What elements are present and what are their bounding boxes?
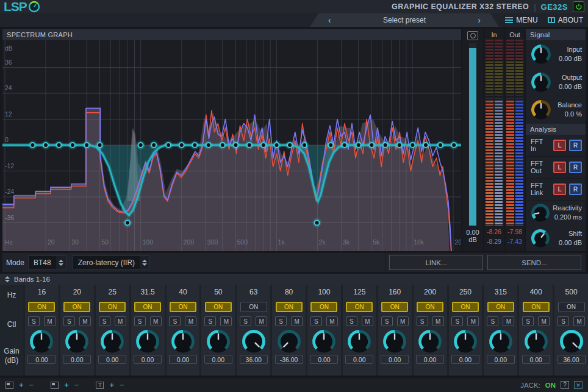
preset-next-icon[interactable]: › xyxy=(478,15,481,25)
zoom-in-icon-2[interactable]: + xyxy=(64,380,69,390)
band-mute-button[interactable]: M xyxy=(185,316,196,326)
band-gain-knob[interactable] xyxy=(65,329,89,354)
band-solo-button[interactable]: S xyxy=(240,316,251,326)
lsp-logo[interactable]: LSP xyxy=(4,1,40,13)
band-mute-button[interactable]: M xyxy=(362,316,373,326)
band-mute-button[interactable]: M xyxy=(115,316,126,326)
band-mute-button[interactable]: M xyxy=(432,316,444,326)
band-mute-button[interactable]: M xyxy=(256,316,267,326)
band-gain-knob[interactable] xyxy=(453,329,478,354)
band-on-button[interactable]: ON xyxy=(63,302,90,312)
band-solo-button[interactable]: S xyxy=(417,316,428,326)
fft-link-left-button[interactable]: L xyxy=(553,184,566,195)
fft-in-left-button[interactable]: L xyxy=(553,140,566,151)
reactivity-knob[interactable] xyxy=(531,203,550,223)
band-gain-knob[interactable] xyxy=(559,329,584,354)
mode-select[interactable]: BT48 xyxy=(28,255,66,269)
band-solo-button[interactable]: S xyxy=(134,316,146,326)
band-gain-knob[interactable] xyxy=(382,329,407,354)
band-mute-button[interactable]: M xyxy=(467,316,479,326)
band-on-button[interactable]: ON xyxy=(487,302,514,312)
input-gain-knob[interactable] xyxy=(531,44,551,65)
zoom-out-icon[interactable]: − xyxy=(29,380,34,390)
spectrum-plot[interactable]: 3624120-12-24-36dB2030501002003005001k2k… xyxy=(2,40,461,251)
fit-zoom-icon[interactable] xyxy=(467,31,478,40)
band-gain-knob[interactable] xyxy=(489,329,513,354)
band-mute-button[interactable]: M xyxy=(291,316,303,326)
band-on-button[interactable]: ON xyxy=(346,302,373,312)
band-gain-knob[interactable] xyxy=(171,329,195,354)
band-solo-button[interactable]: S xyxy=(522,316,534,326)
power-button[interactable] xyxy=(573,1,584,12)
band-gain-knob[interactable] xyxy=(418,329,442,354)
send-button[interactable]: SEND... xyxy=(487,255,581,270)
band-solo-button[interactable]: S xyxy=(346,316,357,326)
band-mute-button[interactable]: M xyxy=(573,316,585,326)
band-on-button[interactable]: ON xyxy=(205,302,232,312)
band-on-button[interactable]: ON xyxy=(170,302,196,312)
band-solo-button[interactable]: S xyxy=(63,316,75,326)
fft-out-left-button[interactable]: L xyxy=(553,162,566,173)
band-solo-button[interactable]: S xyxy=(451,316,463,326)
zoom-fader-handle[interactable] xyxy=(469,43,476,48)
band-gain-knob[interactable] xyxy=(347,329,371,354)
balance-knob[interactable] xyxy=(531,99,551,120)
band-mute-button[interactable]: M xyxy=(79,316,91,326)
output-gain-knob[interactable] xyxy=(531,72,551,93)
band-on-button[interactable]: ON xyxy=(381,302,408,312)
band-on-button[interactable]: ON xyxy=(134,302,161,312)
band-on-button[interactable]: ON xyxy=(99,302,126,312)
window-layout-icon[interactable] xyxy=(5,382,13,389)
text-minus-icon[interactable]: − xyxy=(120,380,124,390)
window-layout-icon-2[interactable] xyxy=(51,382,59,389)
disconnect-icon[interactable]: ✕ xyxy=(574,381,583,389)
mode-spinner-icon[interactable] xyxy=(56,256,66,269)
preset-label[interactable]: Select preset xyxy=(331,16,478,24)
band-gain-knob[interactable] xyxy=(29,329,54,354)
band-solo-button[interactable]: S xyxy=(28,316,40,326)
text-plus-icon[interactable]: + xyxy=(109,380,114,390)
band-gain-knob[interactable] xyxy=(312,329,336,354)
band-on-button[interactable]: ON xyxy=(276,302,303,312)
link-button[interactable]: LINK... xyxy=(389,255,483,270)
band-on-button[interactable]: ON xyxy=(310,302,337,312)
band-on-button[interactable]: ON xyxy=(28,302,55,312)
band-solo-button[interactable]: S xyxy=(99,316,110,326)
band-solo-button[interactable]: S xyxy=(381,316,393,326)
band-on-button[interactable]: ON xyxy=(240,302,267,312)
band-on-button[interactable]: ON xyxy=(523,302,550,312)
band-mute-button[interactable]: M xyxy=(397,316,409,326)
band-gain-knob[interactable] xyxy=(277,329,301,354)
zoom-in-icon[interactable]: + xyxy=(19,380,24,390)
band-gain-knob[interactable] xyxy=(206,329,231,354)
band-mute-button[interactable]: M xyxy=(538,316,550,326)
band-gain-knob[interactable] xyxy=(100,329,124,354)
band-solo-button[interactable]: S xyxy=(487,316,498,326)
shift-knob[interactable] xyxy=(531,229,550,248)
band-gain-knob[interactable] xyxy=(524,329,548,354)
band-mute-button[interactable]: M xyxy=(220,316,232,326)
fft-in-right-button[interactable]: R xyxy=(569,140,582,151)
about-button[interactable]: ABOUT xyxy=(548,16,583,24)
fft-link-right-button[interactable]: R xyxy=(569,184,582,195)
latency-spinner-icon[interactable] xyxy=(140,256,149,269)
zoom-out-icon-2[interactable]: − xyxy=(74,380,79,390)
text-scale-icon[interactable]: T xyxy=(96,382,104,389)
band-gain-knob[interactable] xyxy=(242,329,266,354)
band-solo-button[interactable]: S xyxy=(310,316,322,326)
band-on-button[interactable]: ON xyxy=(452,302,479,312)
latency-select[interactable]: Zero-latency (IIR) xyxy=(73,255,150,269)
band-solo-button[interactable]: S xyxy=(169,316,181,326)
band-mute-button[interactable]: M xyxy=(150,316,162,326)
band-gain-knob[interactable] xyxy=(135,329,160,354)
band-mute-button[interactable]: M xyxy=(44,316,56,326)
band-on-button[interactable]: ON xyxy=(417,302,443,312)
fft-out-right-button[interactable]: R xyxy=(569,162,582,173)
preset-selector[interactable]: ‹ Select preset › xyxy=(310,13,499,27)
zoom-fader[interactable] xyxy=(469,43,476,226)
band-on-button[interactable]: ON xyxy=(558,302,585,312)
bands-header[interactable]: Bands 1-16 xyxy=(0,274,588,285)
band-solo-button[interactable]: S xyxy=(558,316,569,326)
band-solo-button[interactable]: S xyxy=(204,316,216,326)
bands-page-icon[interactable] xyxy=(5,276,10,282)
